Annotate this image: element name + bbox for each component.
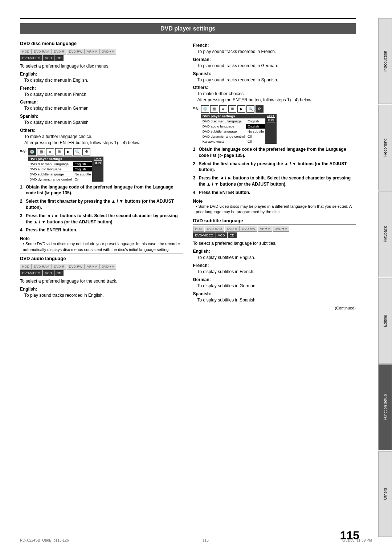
tab-others[interactable]: Others bbox=[378, 451, 392, 537]
audio-fmt-hdd: HDD bbox=[20, 264, 32, 270]
audio-format-bar2: DVD-VIDEO VCD CD bbox=[20, 270, 183, 276]
code-value-right: E N bbox=[267, 117, 275, 122]
eg-box-left: 💿 ▤ ≡ ⊞ ▶ 🔍 ⚙ DVD player settings bbox=[28, 148, 103, 182]
step-left-2-text: Select the first character by pressing t… bbox=[26, 198, 183, 211]
disc-menu-format-bar: HDD DVD-RAM DVD-R DVD-RW VR▼V DVD▼V bbox=[20, 49, 183, 54]
step-right-4-num: 4 bbox=[193, 190, 199, 196]
step-right-4: 4 Press the ENTER button. bbox=[193, 190, 356, 196]
icon-search-r: 🔍 bbox=[246, 105, 254, 113]
step-left-2: 2 Select the first character by pressing… bbox=[20, 198, 183, 211]
fmt-vrv: VR▼V bbox=[85, 49, 99, 54]
settings-table-right: DVD player settings Code E N DVD disc me… bbox=[201, 114, 277, 144]
icon-row-left: 💿 ▤ ≡ ⊞ ▶ 🔍 ⚙ bbox=[28, 148, 103, 155]
audio-format-bar1: HDD DVD-RAM DVD-R DVD-RW VR▼V DVD▼V bbox=[20, 264, 183, 270]
left-column: DVD disc menu language HDD DVD-RAM DVD-R… bbox=[20, 41, 183, 310]
fmt-dvdv: DVD▼V bbox=[99, 49, 116, 54]
icon-disc: 💿 bbox=[28, 148, 36, 155]
section-subtitle-title: DVD subtitle language bbox=[193, 218, 356, 224]
audio-others-text1-r: To make further choices. bbox=[193, 91, 356, 97]
fmt-dvdvideo: DVD-VIDEO bbox=[20, 55, 42, 61]
icon-menu-r: ▤ bbox=[210, 105, 218, 113]
icon-list-r: ≡ bbox=[219, 105, 227, 113]
step-left-4-num: 4 bbox=[20, 227, 26, 233]
row3-val-left: No subtitle bbox=[73, 171, 93, 177]
subtitle-desc: To select a preferred language for subti… bbox=[193, 240, 356, 247]
step-left-3-num: 3 bbox=[20, 213, 26, 225]
step-left-1-text: Obtain the language code of the preferre… bbox=[26, 184, 183, 197]
subtitle-german-text: To display subtitles in German. bbox=[193, 283, 356, 289]
step-left-4: 4 Press the ENTER button. bbox=[20, 227, 183, 233]
eg-label-left: e.g. bbox=[20, 148, 26, 153]
fmt-cd: CD bbox=[54, 55, 64, 61]
sub-fmt-dvdrw: DVD-RW bbox=[240, 226, 258, 232]
row5-label-right: Karaoke vocal bbox=[201, 139, 246, 144]
sub-fmt-cd: CD bbox=[228, 232, 237, 238]
audio-fmt-cd: CD bbox=[54, 270, 64, 276]
row3-label-right: DVD subtitle language bbox=[201, 129, 246, 134]
icon-search: 🔍 bbox=[73, 148, 81, 155]
audio-fmt-vcd: VCD bbox=[43, 270, 54, 276]
icon-list: ≡ bbox=[46, 148, 54, 155]
row4-label-left: DVD dynamic range control bbox=[28, 177, 73, 182]
audio-german-label-r: German: bbox=[193, 57, 356, 62]
subtitle-english-text: To display subtitles in English. bbox=[193, 255, 356, 261]
eg-box-right: 💿 ▤ ≡ ⊞ ▶ 🔍 ⚙ DVD player settings bbox=[201, 105, 277, 144]
settings-header-right: DVD player settings bbox=[201, 114, 265, 119]
sub-fmt-vcd: VCD bbox=[216, 232, 227, 238]
audio-fmt-dvdvideo: DVD-VIDEO bbox=[20, 270, 42, 276]
tab-playback[interactable]: Playback bbox=[378, 191, 392, 277]
subtitle-english-label: English: bbox=[193, 249, 356, 254]
note-left-title: Note bbox=[20, 236, 183, 241]
subtitle-french-text: To display subtitles in French. bbox=[193, 269, 356, 275]
row4-val-right: Off bbox=[246, 134, 265, 139]
settings-table-left: DVD player settings Code E N DVD disc me… bbox=[28, 157, 103, 182]
row4-label-right: DVD dynamic range control bbox=[201, 134, 246, 139]
step-left-4-text: Press the ENTER button. bbox=[26, 227, 183, 233]
disc-menu-others-text2: After pressing the ENTER button, follow … bbox=[20, 140, 183, 146]
subtitle-french-label: French: bbox=[193, 263, 356, 268]
step-left-3: 3 Press the ◄ / ► buttons to shift. Sele… bbox=[20, 213, 183, 225]
sub-fmt-dvdvideo: DVD-VIDEO bbox=[193, 232, 216, 238]
content-area: DVD player settings DVD disc menu langua… bbox=[20, 18, 356, 537]
audio-eg-container-r: e.g. 💿 ▤ ≡ ⊞ ▶ 🔍 ⚙ DVD playe bbox=[193, 105, 356, 144]
disc-menu-format-bar2: DVD-VIDEO VCD CD bbox=[20, 55, 183, 61]
disc-menu-eg-container: e.g. 💿 ▤ ≡ ⊞ ▶ 🔍 ⚙ bbox=[20, 148, 183, 182]
note-right: Note • Some DVD video discs may be playe… bbox=[193, 199, 356, 215]
icon-menu: ▤ bbox=[37, 148, 45, 155]
tab-editing[interactable]: Editing bbox=[378, 278, 392, 364]
sub-fmt-vrv: VR▼V bbox=[258, 226, 272, 232]
step-right-2-num: 2 bbox=[193, 161, 199, 173]
fmt-hdd: HDD bbox=[20, 49, 32, 54]
disc-menu-english-label: English: bbox=[20, 72, 183, 77]
code-label-left: Code bbox=[94, 157, 102, 160]
note-left-text: • Some DVD video discs may not include y… bbox=[20, 241, 183, 252]
icon-disc-r: 💿 bbox=[201, 105, 209, 113]
disc-menu-others-label: Others: bbox=[20, 128, 183, 133]
tab-function-setup[interactable]: Function setup bbox=[378, 364, 392, 450]
row1-val-right: English bbox=[246, 118, 265, 123]
sub-fmt-dvdr: DVD-R bbox=[225, 226, 240, 232]
subtitle-spanish-text: To display subtitles in Spanish. bbox=[193, 297, 356, 303]
step-right-2: 2 Select the first character by pressing… bbox=[193, 161, 356, 173]
fmt-dvdr: DVD-R bbox=[52, 49, 67, 54]
step-right-1: 1 Obtain the language code of the prefer… bbox=[193, 146, 356, 159]
divider-right bbox=[193, 216, 356, 216]
step-left-2-num: 2 bbox=[20, 198, 26, 211]
note-right-text: • Some DVD video discs may be played in … bbox=[193, 204, 356, 215]
subtitle-format-bar1: HDD DVD-RAM DVD-R DVD-RW VR▼V DVD▼V bbox=[193, 226, 356, 232]
footer-right: 8/31/05, 11:59 PM bbox=[342, 538, 372, 542]
note-right-title: Note bbox=[193, 199, 356, 204]
right-column: French: To play sound tracks recorded in… bbox=[193, 41, 356, 310]
row2-label-right: DVD audio language bbox=[201, 123, 246, 129]
audio-fmt-dvdv: DVD▼V bbox=[99, 264, 116, 270]
tab-recording[interactable]: Recording bbox=[378, 105, 392, 190]
fmt-vcd: VCD bbox=[43, 55, 54, 61]
disc-menu-spanish-label: Spanish: bbox=[20, 114, 183, 119]
icon-setup-r: ⚙ bbox=[256, 105, 264, 113]
audio-fmt-dvdrw: DVD-RW bbox=[67, 264, 85, 270]
section-disc-menu-title: DVD disc menu language bbox=[20, 41, 183, 47]
tab-introduction[interactable]: Introduction bbox=[378, 18, 392, 104]
disc-menu-desc: To select a preferred language for disc … bbox=[20, 63, 183, 69]
divider-left bbox=[20, 254, 183, 254]
row2-val-left: English bbox=[73, 166, 93, 171]
